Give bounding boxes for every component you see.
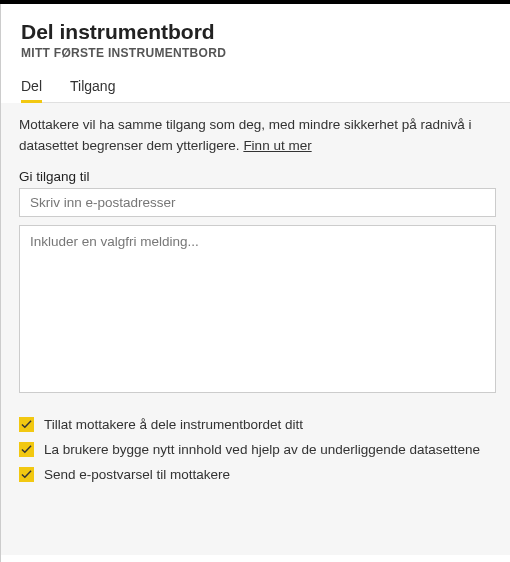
options-group: Tillat mottakere å dele instrumentbordet… bbox=[19, 417, 496, 482]
share-panel: Del instrumentbord MITT FØRSTE INSTRUMEN… bbox=[0, 4, 510, 562]
tab-access[interactable]: Tilgang bbox=[70, 78, 115, 102]
option-allow-build[interactable]: La brukere bygge nytt innhold ved hjelp … bbox=[19, 442, 496, 457]
option-label: Tillat mottakere å dele instrumentbordet… bbox=[44, 417, 303, 432]
learn-more-link[interactable]: Finn ut mer bbox=[243, 138, 311, 153]
option-allow-reshare[interactable]: Tillat mottakere å dele instrumentbordet… bbox=[19, 417, 496, 432]
description-text: Mottakere vil ha samme tilgang som deg, … bbox=[19, 115, 496, 157]
panel-subtitle: MITT FØRSTE INSTRUMENTBORD bbox=[21, 46, 510, 60]
tab-share[interactable]: Del bbox=[21, 78, 42, 102]
email-input[interactable] bbox=[19, 188, 496, 217]
checkbox-checked-icon bbox=[19, 442, 34, 457]
tab-content: Mottakere vil ha samme tilgang som deg, … bbox=[1, 103, 510, 555]
grant-access-label: Gi tilgang til bbox=[19, 169, 496, 184]
message-input[interactable] bbox=[19, 225, 496, 393]
tab-bar: Del Tilgang bbox=[21, 78, 510, 103]
option-send-email[interactable]: Send e-postvarsel til mottakere bbox=[19, 467, 496, 482]
checkbox-checked-icon bbox=[19, 417, 34, 432]
checkbox-checked-icon bbox=[19, 467, 34, 482]
option-label: Send e-postvarsel til mottakere bbox=[44, 467, 230, 482]
panel-title: Del instrumentbord bbox=[21, 20, 510, 44]
option-label: La brukere bygge nytt innhold ved hjelp … bbox=[44, 442, 480, 457]
